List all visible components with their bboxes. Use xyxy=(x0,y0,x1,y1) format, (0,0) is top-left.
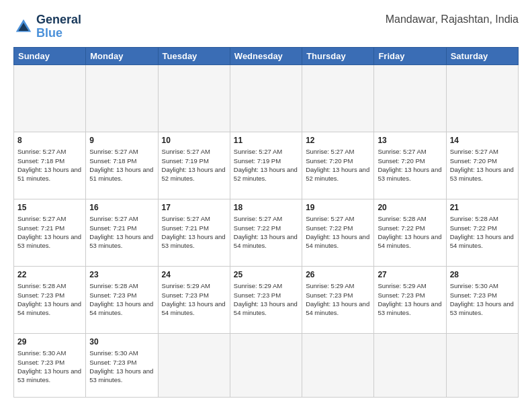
sunset-text: Sunset: 7:23 PM xyxy=(89,359,136,366)
daylight-text: Daylight: 13 hours and 53 minutes. xyxy=(17,367,81,383)
day-number: 15 xyxy=(17,202,82,214)
sunrise-text: Sunrise: 5:29 AM xyxy=(378,282,426,289)
day-number: 20 xyxy=(378,202,442,214)
table-row xyxy=(302,64,374,132)
sunrise-text: Sunrise: 5:30 AM xyxy=(450,282,498,289)
sunrise-text: Sunrise: 5:27 AM xyxy=(162,215,210,222)
col-thursday: Thursday xyxy=(302,47,374,64)
sunset-text: Sunset: 7:21 PM xyxy=(17,224,64,232)
day-number: 19 xyxy=(306,202,370,214)
sunrise-text: Sunrise: 5:27 AM xyxy=(234,148,282,155)
table-row: 21 Sunrise: 5:28 AM Sunset: 7:22 PM Dayl… xyxy=(446,199,518,266)
sunset-text: Sunset: 7:22 PM xyxy=(306,224,353,232)
table-row xyxy=(158,64,230,132)
sunset-text: Sunset: 7:18 PM xyxy=(89,157,136,165)
day-number: 16 xyxy=(89,202,154,214)
sunrise-text: Sunrise: 5:28 AM xyxy=(450,215,498,222)
table-row: 24 Sunrise: 5:29 AM Sunset: 7:23 PM Dayl… xyxy=(158,266,230,333)
col-saturday: Saturday xyxy=(446,47,518,64)
col-tuesday: Tuesday xyxy=(158,47,230,64)
sunset-text: Sunset: 7:23 PM xyxy=(89,291,136,299)
day-number: 12 xyxy=(306,135,370,146)
calendar-header-row: Sunday Monday Tuesday Wednesday Thursday… xyxy=(14,47,519,64)
sunset-text: Sunset: 7:18 PM xyxy=(17,157,64,165)
table-row: 10 Sunrise: 5:27 AM Sunset: 7:19 PM Dayl… xyxy=(158,132,230,199)
calendar-week-row: 8 Sunrise: 5:27 AM Sunset: 7:18 PM Dayli… xyxy=(14,132,519,199)
sunrise-text: Sunrise: 5:29 AM xyxy=(306,282,354,289)
sunset-text: Sunset: 7:22 PM xyxy=(234,224,281,232)
table-row: 15 Sunrise: 5:27 AM Sunset: 7:21 PM Dayl… xyxy=(14,199,86,266)
day-number: 26 xyxy=(306,269,370,281)
sunrise-text: Sunrise: 5:27 AM xyxy=(89,215,138,222)
daylight-text: Daylight: 13 hours and 53 minutes. xyxy=(450,300,514,316)
sunset-text: Sunset: 7:21 PM xyxy=(89,224,136,232)
table-row xyxy=(374,333,446,397)
table-row xyxy=(86,64,158,132)
day-number: 21 xyxy=(450,202,515,214)
calendar-week-row: 22 Sunrise: 5:28 AM Sunset: 7:23 PM Dayl… xyxy=(14,266,519,333)
table-row: 28 Sunrise: 5:30 AM Sunset: 7:23 PM Dayl… xyxy=(446,266,518,333)
table-row xyxy=(374,64,446,132)
sunrise-text: Sunrise: 5:28 AM xyxy=(378,215,426,222)
table-row: 8 Sunrise: 5:27 AM Sunset: 7:18 PM Dayli… xyxy=(14,132,86,199)
table-row: 19 Sunrise: 5:27 AM Sunset: 7:22 PM Dayl… xyxy=(302,199,374,266)
sunrise-text: Sunrise: 5:28 AM xyxy=(89,282,138,289)
day-number: 24 xyxy=(162,269,226,281)
daylight-text: Daylight: 13 hours and 54 minutes. xyxy=(17,300,81,316)
daylight-text: Daylight: 13 hours and 54 minutes. xyxy=(162,300,226,316)
sunset-text: Sunset: 7:23 PM xyxy=(450,291,497,299)
sunset-text: Sunset: 7:23 PM xyxy=(17,359,64,366)
day-number: 8 xyxy=(17,135,82,146)
table-row xyxy=(446,333,518,397)
sunset-text: Sunset: 7:22 PM xyxy=(378,224,425,232)
day-number: 17 xyxy=(162,202,226,214)
header: General Blue Mandawar, Rajashtan, India xyxy=(13,13,519,40)
col-wednesday: Wednesday xyxy=(230,47,302,64)
day-number: 28 xyxy=(450,269,515,281)
sunset-text: Sunset: 7:23 PM xyxy=(306,291,353,299)
daylight-text: Daylight: 13 hours and 54 minutes. xyxy=(89,300,153,316)
col-sunday: Sunday xyxy=(14,47,86,64)
table-row: 17 Sunrise: 5:27 AM Sunset: 7:21 PM Dayl… xyxy=(158,199,230,266)
table-row: 29 Sunrise: 5:30 AM Sunset: 7:23 PM Dayl… xyxy=(14,333,86,397)
table-row: 20 Sunrise: 5:28 AM Sunset: 7:22 PM Dayl… xyxy=(374,199,446,266)
daylight-text: Daylight: 13 hours and 52 minutes. xyxy=(234,166,298,182)
daylight-text: Daylight: 13 hours and 53 minutes. xyxy=(450,166,514,182)
daylight-text: Daylight: 13 hours and 54 minutes. xyxy=(378,233,441,249)
sunrise-text: Sunrise: 5:27 AM xyxy=(306,215,354,222)
col-monday: Monday xyxy=(86,47,158,64)
sunset-text: Sunset: 7:19 PM xyxy=(234,157,281,165)
daylight-text: Daylight: 13 hours and 53 minutes. xyxy=(378,300,441,316)
table-row: 26 Sunrise: 5:29 AM Sunset: 7:23 PM Dayl… xyxy=(302,266,374,333)
day-number: 30 xyxy=(89,336,154,348)
daylight-text: Daylight: 13 hours and 53 minutes. xyxy=(89,233,153,249)
daylight-text: Daylight: 13 hours and 53 minutes. xyxy=(378,166,441,182)
table-row: 30 Sunrise: 5:30 AM Sunset: 7:23 PM Dayl… xyxy=(86,333,158,397)
sunset-text: Sunset: 7:20 PM xyxy=(450,157,497,165)
sunset-text: Sunset: 7:20 PM xyxy=(306,157,353,165)
table-row: 22 Sunrise: 5:28 AM Sunset: 7:23 PM Dayl… xyxy=(14,266,86,333)
day-number: 13 xyxy=(378,135,442,146)
day-number: 25 xyxy=(234,269,298,281)
day-number: 27 xyxy=(378,269,442,281)
sunset-text: Sunset: 7:23 PM xyxy=(17,291,64,299)
col-friday: Friday xyxy=(374,47,446,64)
sunrise-text: Sunrise: 5:28 AM xyxy=(17,282,66,289)
daylight-text: Daylight: 13 hours and 53 minutes. xyxy=(17,233,81,249)
logo-icon xyxy=(13,17,34,37)
location-title: Mandawar, Rajashtan, India xyxy=(386,13,519,26)
table-row xyxy=(158,333,230,397)
sunrise-text: Sunrise: 5:27 AM xyxy=(162,148,210,155)
sunset-text: Sunset: 7:23 PM xyxy=(234,291,281,299)
table-row: 11 Sunrise: 5:27 AM Sunset: 7:19 PM Dayl… xyxy=(230,132,302,199)
daylight-text: Daylight: 13 hours and 54 minutes. xyxy=(306,300,369,316)
sunrise-text: Sunrise: 5:29 AM xyxy=(162,282,210,289)
day-number: 11 xyxy=(234,135,298,146)
daylight-text: Daylight: 13 hours and 54 minutes. xyxy=(234,300,298,316)
daylight-text: Daylight: 13 hours and 54 minutes. xyxy=(234,233,298,249)
sunrise-text: Sunrise: 5:30 AM xyxy=(17,349,66,357)
daylight-text: Daylight: 13 hours and 51 minutes. xyxy=(89,166,153,182)
sunset-text: Sunset: 7:20 PM xyxy=(378,157,425,165)
table-row xyxy=(302,333,374,397)
sunset-text: Sunset: 7:23 PM xyxy=(378,291,425,299)
